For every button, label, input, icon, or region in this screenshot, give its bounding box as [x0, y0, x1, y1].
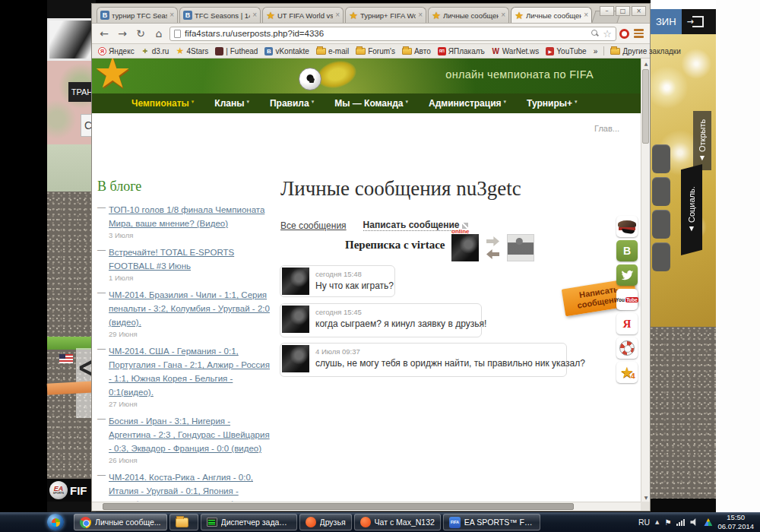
- browser-window: B турнир TFC Seaso × B TFC Seasons | 146…: [91, 3, 651, 511]
- officer-cap-icon[interactable]: [616, 216, 638, 237]
- nav-rules[interactable]: Правила▾: [270, 98, 314, 109]
- bookmark-vkontakte[interactable]: BvKontakte: [264, 47, 309, 55]
- breadcrumb[interactable]: Глав...: [594, 124, 619, 133]
- horizontal-scrollbar[interactable]: [92, 502, 641, 511]
- tab-close-icon[interactable]: ×: [335, 11, 340, 19]
- horizontal-scroll-thumb[interactable]: [103, 503, 574, 510]
- tab-close-icon[interactable]: ×: [501, 11, 505, 19]
- bookmark-futhead[interactable]: | Futhead: [215, 47, 258, 55]
- start-button[interactable]: [47, 514, 64, 530]
- blog-post-link[interactable]: ЧМ-2014. Бразилия - Чили - 1:1, Серия пе…: [109, 290, 270, 327]
- taskbar-chrome-button[interactable]: Личные сообще...: [74, 514, 167, 530]
- url-input[interactable]: [185, 29, 587, 38]
- blog-post-date: 1 Июля: [109, 274, 274, 282]
- close-button[interactable]: ×: [632, 6, 646, 16]
- scroll-down-arrow[interactable]: ▼: [641, 492, 651, 502]
- bookmark-auto[interactable]: Авто: [402, 47, 431, 55]
- page-viewport: ★ онлайн чемпионата по FIFA Чемпионаты▾ …: [92, 59, 650, 511]
- tab-close-icon[interactable]: ×: [418, 11, 423, 19]
- blog-post-link[interactable]: ЧМ-2014. США - Германия - 0:1, Португали…: [109, 347, 270, 397]
- blog-post-link[interactable]: ЧМ-2014. Коста-Рика - Англия - 0:0, Итал…: [109, 473, 264, 502]
- scroll-up-arrow[interactable]: ▲: [641, 59, 651, 68]
- address-bar[interactable]: ☆: [169, 27, 616, 41]
- tab-1[interactable]: B турнир TFC Seaso ×: [97, 7, 178, 23]
- maximize-button[interactable]: □: [616, 6, 630, 16]
- bookmark-youtube[interactable]: ▶YouTube: [546, 47, 586, 55]
- other-bookmarks[interactable]: Другие закладки: [610, 47, 681, 55]
- lifebuoy-icon[interactable]: [616, 337, 638, 359]
- taskbar-clock[interactable]: 15:50 06.07.2014: [717, 513, 754, 531]
- open-vertical-tab[interactable]: ▲ Открыть: [693, 111, 711, 170]
- tab-close-icon[interactable]: ×: [169, 11, 174, 19]
- own-avatar[interactable]: [507, 234, 534, 261]
- logout-icon[interactable]: →: [692, 16, 704, 27]
- bookmark-d3[interactable]: ✚d3.ru: [141, 47, 169, 55]
- tab-4[interactable]: ★ Турнир+ FIFA Wo ×: [345, 7, 426, 23]
- extension-icon[interactable]: [619, 29, 629, 39]
- 4stars-icon[interactable]: ★4: [616, 362, 638, 383]
- back-button[interactable]: ←: [97, 27, 112, 40]
- blog-post-link[interactable]: ТОП-10 голов 1/8 финала Чемпионата Мира,…: [109, 205, 264, 228]
- bookmarks-overflow-chevron[interactable]: »: [594, 47, 598, 55]
- social-vertical-tab[interactable]: ▲ Социаль.: [681, 164, 702, 255]
- yandex-social-icon[interactable]: Я: [616, 313, 638, 334]
- volume-icon[interactable]: [690, 518, 698, 526]
- message-avatar[interactable]: [282, 345, 309, 372]
- tab-3[interactable]: ★ UT FIFA World vs L ×: [262, 7, 344, 23]
- blog-post-link[interactable]: Босния - Иран - 3:1, Нигерия - Аргентина…: [109, 416, 270, 453]
- taskbar-origin-chat-button[interactable]: Чат с Max_N132: [354, 514, 441, 530]
- forward-button[interactable]: →: [115, 27, 130, 40]
- action-center-flag-icon[interactable]: ⚑: [664, 518, 671, 527]
- youtube-icon: ▶: [546, 47, 554, 55]
- bookmark-star-icon[interactable]: ☆: [603, 28, 612, 40]
- nav-championships[interactable]: Чемпионаты▾: [131, 98, 194, 109]
- bookmark-forums[interactable]: Forum's: [356, 47, 395, 55]
- tab-5[interactable]: ★ Личные сообщен ×: [428, 7, 509, 23]
- bookmark-yandex[interactable]: ЯЯндекс: [98, 47, 135, 55]
- nav-tournaments[interactable]: Турниры+▾: [527, 98, 577, 109]
- nav-clans[interactable]: Кланы▾: [214, 98, 249, 109]
- bookmark-yaplakal[interactable]: ЯПЯПлакалъ: [438, 47, 485, 55]
- nav-administration[interactable]: Администрация▾: [429, 98, 506, 109]
- zoom-icon[interactable]: [591, 30, 599, 37]
- message-avatar[interactable]: [282, 268, 309, 295]
- taskbar-taskmanager-button[interactable]: Диспетчер задач ...: [201, 514, 297, 530]
- tray-expand-icon[interactable]: ▲: [655, 519, 659, 525]
- vertical-scroll-thumb[interactable]: [642, 69, 649, 144]
- nav-team[interactable]: Мы — Команда▾: [334, 98, 408, 109]
- menu-icon[interactable]: [632, 29, 645, 38]
- arrow-right-icon: [486, 236, 499, 246]
- taskbar-fifa-button[interactable]: FIFA EA SPORTS™ FIFA...: [443, 514, 540, 530]
- home-button[interactable]: ⌂: [151, 27, 166, 40]
- taskbar-explorer-button[interactable]: [169, 514, 198, 530]
- reload-button[interactable]: ↻: [133, 27, 148, 40]
- vertical-scrollbar[interactable]: ▲ ▼: [641, 59, 650, 502]
- all-messages-link[interactable]: Все сообщения: [280, 220, 347, 231]
- taskbar-origin-friends-button[interactable]: Друзья: [299, 514, 352, 530]
- google-drive-icon[interactable]: [704, 518, 712, 526]
- blog-post-link[interactable]: Встречайте! TOTAL E-SPORTS FOOTBALL #3 И…: [109, 248, 234, 271]
- youtube-social-icon[interactable]: YouTube: [616, 289, 638, 310]
- ea-sports-bar: EA SPORTS FIF: [47, 479, 96, 502]
- message-text: когда сыграем? я кинул заявку в друзья!: [315, 318, 486, 329]
- tab-strip: B турнир TFC Seaso × B TFC Seasons | 146…: [92, 4, 650, 23]
- language-indicator[interactable]: RU: [638, 518, 650, 527]
- minimize-button[interactable]: –: [600, 6, 614, 16]
- tab-6-active[interactable]: ★ Личные сообщен ×: [511, 7, 592, 23]
- network-icon[interactable]: [676, 519, 685, 526]
- write-message-link[interactable]: Написать сообщение: [363, 220, 460, 231]
- tab-close-icon[interactable]: ×: [584, 11, 588, 19]
- shop-menu-item[interactable]: ЗИН: [651, 9, 682, 34]
- bookmark-email[interactable]: e-mail: [316, 47, 349, 55]
- tab-2[interactable]: B TFC Seasons | 146 ×: [179, 7, 261, 23]
- page-icon: [174, 30, 181, 38]
- twitter-icon[interactable]: [616, 264, 638, 286]
- virtace-avatar[interactable]: [451, 234, 479, 261]
- message-avatar[interactable]: [282, 306, 309, 333]
- tab-close-icon[interactable]: ×: [252, 11, 257, 19]
- bookmark-warnet[interactable]: WWarNet.ws: [492, 47, 540, 55]
- page-title: Личные сообщения nu3getc: [280, 177, 521, 201]
- vk-social-icon[interactable]: B: [616, 240, 638, 261]
- explorer-folder-icon: [176, 518, 188, 527]
- bookmark-4stars[interactable]: ★4Stars: [176, 47, 208, 55]
